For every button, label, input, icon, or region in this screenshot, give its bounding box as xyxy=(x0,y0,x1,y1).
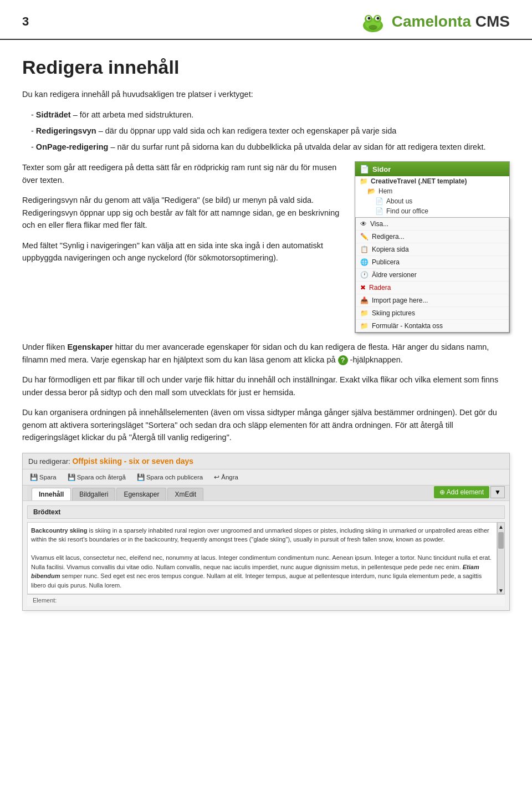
text-column: Texter som går att reedigera på detta sä… xyxy=(22,161,341,333)
body-text-1: is skiing in a sparsely inhabited rural … xyxy=(31,527,489,543)
sidebar-tree-item-hem[interactable]: 📂 Hem xyxy=(355,186,509,196)
edit-icon: ✏️ xyxy=(360,233,369,241)
add-element-area: ⊕ Add element ▼ xyxy=(434,486,505,498)
scroll-thumb[interactable] xyxy=(498,532,504,549)
paragraph-flikar: Du har förmodligen ett par flikar till o… xyxy=(22,374,510,398)
ev-title-prefix: Du redigerar: xyxy=(28,457,72,466)
sidebar-tree-item[interactable]: 📁 CreativeTravel (.NET template) xyxy=(355,176,509,186)
paragraph-redigeringsvyn: Redigeringsvyn når du genom att välja "R… xyxy=(22,194,341,231)
ev-title-highlight: Offpist skiing - six or seven days xyxy=(72,457,193,466)
tab-bildgalleri[interactable]: Bildgalleri xyxy=(72,488,115,500)
undo-button[interactable]: ↩ Ångra xyxy=(211,472,241,483)
logo-area: Camelonta CMS xyxy=(359,10,510,33)
scroll-down-arrow[interactable]: ▼ xyxy=(498,587,504,594)
page-title: Redigera innehåll xyxy=(22,57,510,78)
help-icon: ? xyxy=(338,355,348,365)
add-element-label: Add element xyxy=(447,488,484,496)
publish-icon: 🌐 xyxy=(360,258,369,266)
logo-text: Camelonta CMS xyxy=(392,13,510,30)
paragraph-texter: Texter som går att reedigera på detta sä… xyxy=(22,161,341,186)
add-icon: ⊕ xyxy=(439,488,445,496)
save-return-icon: 💾 xyxy=(68,473,75,481)
save-return-label: Spara och återgå xyxy=(77,474,126,481)
undo-label: Ångra xyxy=(221,474,238,481)
pages-icon: 📄 xyxy=(360,165,369,173)
tab-innehall[interactable]: Innehåll xyxy=(32,488,71,500)
tab-egenskaper[interactable]: Egenskaper xyxy=(116,488,166,500)
svg-point-6 xyxy=(367,17,370,20)
sidtradet-label: Sidträdet xyxy=(36,110,71,119)
tab-xmedit[interactable]: XmEdit xyxy=(167,488,203,500)
paragraph-synlig: Med fältet "Synlig i navigeringen" kan v… xyxy=(22,239,341,264)
folder-icon: 📁 xyxy=(360,322,369,330)
list-item: OnPage-redigering – när du surfar runt p… xyxy=(22,140,510,154)
context-menu-versioner[interactable]: 🕐 Äldre versioner xyxy=(356,269,509,282)
paragraph-organisera: Du kan organisera ordningen på innehålls… xyxy=(22,406,510,443)
body-text-2: Vivamus elit lacus, consectetur nec, ele… xyxy=(31,554,492,570)
eye-icon: 👁 xyxy=(360,220,367,228)
context-menu-visa[interactable]: 👁 Visa... xyxy=(356,218,509,231)
add-element-dropdown[interactable]: ▼ xyxy=(490,486,505,498)
two-column-section: Texter som går att reedigera på detta sä… xyxy=(22,161,510,333)
egenskaper-label: Egenskaper xyxy=(67,343,112,351)
page-number: 3 xyxy=(22,14,29,29)
history-icon: 🕐 xyxy=(360,271,369,279)
ev-section-title: Brödtext xyxy=(27,505,505,519)
onpage-label: OnPage-redigering xyxy=(36,142,109,151)
ev-header: Du redigerar: Offpist skiing - six or se… xyxy=(23,453,509,469)
sidebar-screenshot: 📄 Sidor 📁 CreativeTravel (.NET template)… xyxy=(355,161,510,333)
folder-open-icon: 📂 xyxy=(367,187,376,195)
edit-view-screenshot: Du redigerar: Offpist skiing - six or se… xyxy=(22,453,510,611)
page-icon: 📄 xyxy=(375,207,383,215)
save-icon: 💾 xyxy=(30,473,38,481)
save-label: Spara xyxy=(39,474,57,481)
list-item: Redigeringsvyn – där du öppnar upp vald … xyxy=(22,124,510,138)
save-return-button[interactable]: 💾 Spara och återgå xyxy=(65,472,129,483)
ev-toolbar: 💾 Spara 💾 Spara och återgå 💾 Spara och p… xyxy=(23,469,509,486)
ev-text-area-row: Backcountry skiing is skiing in a sparse… xyxy=(27,522,505,594)
scroll-up-arrow[interactable]: ▲ xyxy=(498,524,504,530)
sidebar-tree-item-findoffice[interactable]: 📄 Find our office xyxy=(355,206,509,216)
body-text-bold: Backcountry skiing xyxy=(31,527,87,534)
context-menu-formulär[interactable]: 📁 Formulär - Kontakta oss xyxy=(356,320,509,332)
save-publish-button[interactable]: 💾 Spara och publicera xyxy=(134,472,206,483)
ev-element-bar: Element: xyxy=(27,594,505,606)
undo-icon: ↩ xyxy=(214,473,219,481)
context-menu-import[interactable]: 📥 Import page here... xyxy=(356,294,509,307)
main-content: Redigera innehåll Du kan redigera innehå… xyxy=(0,57,532,633)
context-menu-publicera[interactable]: 🌐 Publicera xyxy=(356,256,509,269)
context-menu-skiing[interactable]: 📁 Skiing pictures xyxy=(356,307,509,320)
redigeringsvyn-label: Redigeringsvyn xyxy=(36,126,96,135)
element-label: Element: xyxy=(33,597,57,604)
context-menu-radera[interactable]: ✖ Radera xyxy=(356,282,509,294)
ev-tabs-row: Innehåll Bildgalleri Egenskaper XmEdit ⊕… xyxy=(23,486,509,501)
intro-line: Du kan redigera innehåll på huvudsaklige… xyxy=(22,88,510,100)
ev-tabs: Innehåll Bildgalleri Egenskaper XmEdit xyxy=(27,486,434,500)
svg-point-7 xyxy=(376,17,379,20)
frog-icon xyxy=(359,10,387,33)
ev-content-wrapper: Brödtext Backcountry skiing is skiing in… xyxy=(23,501,509,610)
ev-scrollbar[interactable]: ▲ ▼ xyxy=(497,522,505,594)
add-element-button[interactable]: ⊕ Add element xyxy=(434,486,489,498)
page-icon: 📄 xyxy=(375,197,383,205)
paragraph-egenskaper: Under fliken Egenskaper hittar du mer av… xyxy=(22,341,510,366)
import-icon: 📥 xyxy=(360,297,369,304)
sidebar-mock-title: 📄 Sidor xyxy=(355,162,509,176)
page-header: 3 Camelonta CMS xyxy=(0,0,532,40)
ev-text-box[interactable]: Backcountry skiing is skiing in a sparse… xyxy=(27,522,497,594)
save-button[interactable]: 💾 Spara xyxy=(27,472,59,483)
sidebar-tree-item-about[interactable]: 📄 About us xyxy=(355,196,509,206)
save-publish-icon: 💾 xyxy=(137,473,145,481)
folder-icon: 📁 xyxy=(360,177,368,185)
body-text-3: semper nunc. Sed eget est nec eros tempu… xyxy=(31,573,482,589)
folder-icon: 📁 xyxy=(360,309,369,317)
context-menu-kopiera[interactable]: 📋 Kopiera sida xyxy=(356,243,509,256)
sidebar-mock-window: 📄 Sidor 📁 CreativeTravel (.NET template)… xyxy=(355,161,510,333)
logo-camelonta: Camelonta xyxy=(392,13,471,30)
context-menu-redigera[interactable]: ✏️ Redigera... xyxy=(356,231,509,243)
save-publish-label: Spara och publicera xyxy=(146,474,203,481)
logo-cms: CMS xyxy=(471,13,510,30)
context-menu: 👁 Visa... ✏️ Redigera... 📋 Kopiera sida … xyxy=(355,217,509,333)
list-item: Sidträdet – för att arbeta med sidstrukt… xyxy=(22,108,510,122)
intro-list: Sidträdet – för att arbeta med sidstrukt… xyxy=(22,108,510,154)
